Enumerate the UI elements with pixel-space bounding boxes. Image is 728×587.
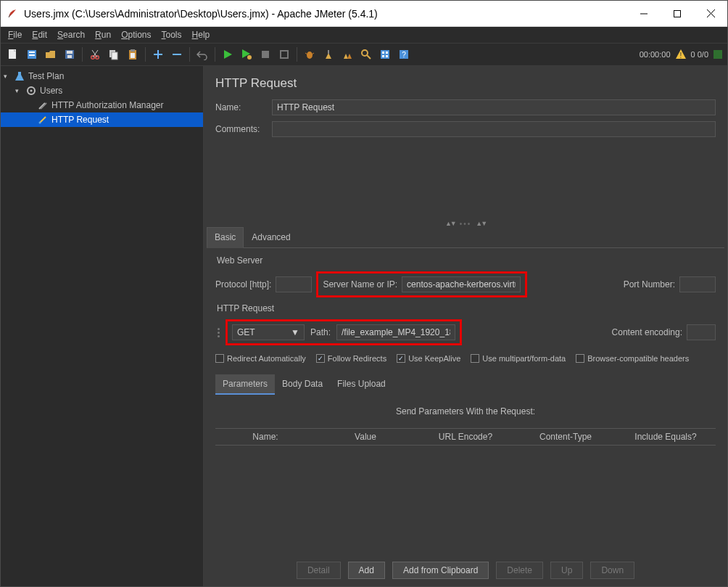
- method-select[interactable]: GET ▼: [232, 324, 305, 340]
- tab-advanced[interactable]: Advanced: [244, 227, 298, 247]
- gear-icon: [25, 85, 37, 97]
- th-url-encode: URL Encode?: [415, 432, 516, 442]
- protocol-input[interactable]: [276, 276, 312, 292]
- server-highlight: Server Name or IP:: [316, 271, 527, 297]
- name-input[interactable]: [272, 99, 716, 115]
- editor-panel: HTTP Request Name: Comments: ▲▼•••▲▼ Bas…: [204, 66, 727, 586]
- remove-icon[interactable]: [169, 46, 185, 62]
- detail-button[interactable]: Detail: [297, 562, 341, 579]
- maximize-button[interactable]: [661, 1, 694, 27]
- clear-icon[interactable]: [320, 46, 336, 62]
- delete-button[interactable]: Delete: [496, 562, 543, 579]
- elapsed-time: 00:00:00: [640, 50, 671, 59]
- up-button[interactable]: Up: [550, 562, 583, 579]
- drag-handle-icon[interactable]: [215, 328, 221, 337]
- svg-rect-36: [382, 52, 384, 54]
- titlebar: Users.jmx (C:\Users\Administrator\Deskto…: [1, 1, 727, 27]
- path-input[interactable]: [336, 324, 455, 340]
- webserver-legend: Web Server: [217, 255, 716, 266]
- comments-input[interactable]: [272, 121, 716, 137]
- test-plan-tree[interactable]: ▾ Test Plan ▾ Users HTTP Authorization M…: [1, 66, 204, 586]
- menu-run[interactable]: Run: [91, 28, 115, 41]
- splitter[interactable]: ▲▼•••▲▼: [204, 220, 727, 227]
- server-input[interactable]: [402, 276, 521, 292]
- port-label: Port Number:: [624, 279, 675, 290]
- shutdown-icon[interactable]: [276, 46, 292, 62]
- svg-rect-1: [674, 10, 681, 17]
- port-input[interactable]: [679, 276, 716, 292]
- active-indicator-icon: [713, 49, 723, 59]
- svg-point-46: [30, 90, 33, 92]
- menu-help[interactable]: Help: [188, 28, 215, 41]
- add-button[interactable]: Add: [348, 562, 385, 579]
- start-no-pause-icon[interactable]: [239, 46, 255, 62]
- new-icon[interactable]: [5, 46, 21, 62]
- subtab-parameters[interactable]: Parameters: [215, 374, 275, 395]
- svg-rect-32: [328, 50, 329, 54]
- path-highlight: GET ▼ Path:: [226, 319, 462, 345]
- svg-rect-8: [29, 54, 35, 56]
- copy-icon[interactable]: [106, 46, 122, 62]
- search-icon[interactable]: [358, 46, 374, 62]
- function-helper-icon[interactable]: [377, 46, 393, 62]
- bug-icon[interactable]: [302, 46, 318, 62]
- svg-rect-37: [386, 52, 388, 54]
- help-icon[interactable]: ?: [396, 46, 412, 62]
- svg-line-34: [367, 55, 371, 59]
- undo-icon[interactable]: [194, 46, 210, 62]
- tree-node-http-request[interactable]: HTTP Request: [1, 112, 203, 127]
- comments-label: Comments:: [215, 124, 266, 134]
- close-button[interactable]: [694, 1, 727, 27]
- svg-text:?: ?: [402, 51, 406, 59]
- tree-node-test-plan[interactable]: ▾ Test Plan: [1, 69, 203, 83]
- menu-file[interactable]: File: [4, 28, 26, 41]
- menu-edit[interactable]: Edit: [28, 28, 51, 41]
- menu-search[interactable]: Search: [53, 28, 89, 41]
- save-icon[interactable]: [62, 46, 78, 62]
- params-table-body[interactable]: [204, 448, 727, 554]
- svg-rect-39: [386, 55, 388, 57]
- multipart-checkbox[interactable]: Use multipart/form-data: [471, 354, 566, 363]
- start-icon[interactable]: [220, 46, 236, 62]
- tree-node-auth-manager[interactable]: HTTP Authorization Manager: [1, 98, 203, 112]
- stop-icon[interactable]: [257, 46, 273, 62]
- svg-rect-38: [382, 55, 384, 57]
- add-icon[interactable]: [150, 46, 166, 62]
- th-include-equals: Include Equals?: [616, 432, 716, 442]
- paste-icon[interactable]: [125, 46, 141, 62]
- templates-icon[interactable]: [24, 46, 40, 62]
- server-label: Server Name or IP:: [323, 279, 397, 290]
- svg-point-33: [362, 50, 368, 56]
- menu-tools[interactable]: Tools: [157, 28, 186, 41]
- minimize-button[interactable]: [627, 1, 661, 27]
- httprequest-legend: HTTP Request: [217, 303, 716, 313]
- button-bar: Detail Add Add from Clipboard Delete Up …: [204, 554, 727, 586]
- encoding-input[interactable]: [687, 324, 716, 340]
- svg-text:!: !: [679, 52, 682, 59]
- open-icon[interactable]: [43, 46, 59, 62]
- svg-point-26: [247, 55, 252, 59]
- svg-rect-10: [67, 51, 73, 54]
- window-title: Users.jmx (C:\Users\Administrator\Deskto…: [24, 8, 627, 20]
- menu-options[interactable]: Options: [117, 28, 155, 41]
- keepalive-checkbox[interactable]: Use KeepAlive: [397, 354, 460, 363]
- subtab-body-data[interactable]: Body Data: [275, 374, 330, 395]
- svg-point-29: [307, 52, 313, 59]
- redirect-auto-checkbox[interactable]: Redirect Automatically: [215, 354, 306, 363]
- cut-icon[interactable]: [87, 46, 103, 62]
- follow-redirects-checkbox[interactable]: Follow Redirects: [316, 354, 386, 363]
- browser-compat-checkbox[interactable]: Browser-compatible headers: [576, 354, 689, 363]
- svg-rect-11: [67, 55, 72, 58]
- thread-counts: 0 0/0: [691, 50, 708, 59]
- svg-rect-28: [281, 51, 288, 58]
- tree-node-users[interactable]: ▾ Users: [1, 83, 203, 98]
- subtab-files-upload[interactable]: Files Upload: [330, 374, 393, 395]
- add-clipboard-button[interactable]: Add from Clipboard: [392, 562, 489, 579]
- th-name: Name:: [215, 432, 315, 442]
- toolbar: ? 00:00:00 ! 0 0/0: [1, 43, 727, 66]
- params-table-header: Name: Value URL Encode? Content-Type Inc…: [215, 428, 716, 446]
- down-button[interactable]: Down: [590, 562, 634, 579]
- th-value: Value: [315, 432, 415, 442]
- tab-basic[interactable]: Basic: [207, 227, 244, 248]
- clear-all-icon[interactable]: [339, 46, 355, 62]
